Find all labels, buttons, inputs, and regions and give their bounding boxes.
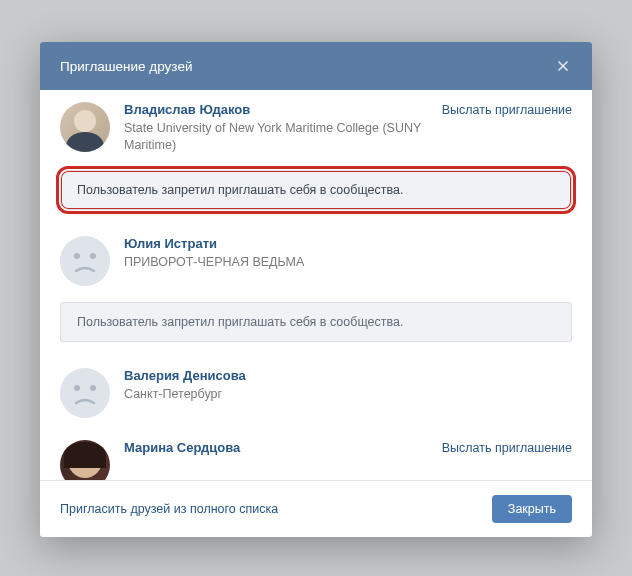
friend-subtitle: Санкт-Петербург	[124, 386, 572, 403]
svg-point-2	[90, 253, 96, 259]
friend-info: Юлия Истрати ПРИВОРОТ-ЧЕРНАЯ ВЕДЬМА	[124, 236, 572, 271]
avatar[interactable]	[60, 236, 110, 286]
friend-name-link[interactable]: Владислав Юдаков	[124, 102, 432, 117]
avatar[interactable]	[60, 102, 110, 152]
friend-subtitle: State University of New York Maritime Co…	[124, 120, 432, 154]
friend-row: Владислав Юдаков State University of New…	[40, 90, 592, 164]
friend-subtitle: ПРИВОРОТ-ЧЕРНАЯ ВЕДЬМА	[124, 254, 572, 271]
friend-row: Валерия Денисова Санкт-Петербург	[40, 356, 592, 428]
blocked-invite-notice: Пользователь запретил приглашать себя в …	[60, 170, 572, 210]
friend-info: Валерия Денисова Санкт-Петербург	[124, 368, 572, 403]
friend-info: Марина Сердцова	[124, 440, 432, 458]
friend-row: Марина Сердцова Выслать приглашение	[40, 428, 592, 480]
avatar[interactable]	[60, 440, 110, 480]
modal-title: Приглашение друзей	[60, 59, 192, 74]
svg-point-4	[74, 385, 80, 391]
avatar[interactable]	[60, 368, 110, 418]
friend-name-link[interactable]: Марина Сердцова	[124, 440, 432, 455]
blocked-invite-notice: Пользователь запретил приглашать себя в …	[60, 302, 572, 342]
friend-info: Владислав Юдаков State University of New…	[124, 102, 432, 154]
svg-point-0	[60, 236, 110, 286]
svg-point-1	[74, 253, 80, 259]
svg-point-5	[90, 385, 96, 391]
modal-header: Приглашение друзей	[40, 42, 592, 90]
friend-name-link[interactable]: Юлия Истрати	[124, 236, 572, 251]
send-invite-link[interactable]: Выслать приглашение	[442, 441, 572, 455]
svg-point-3	[60, 368, 110, 418]
send-invite-link[interactable]: Выслать приглашение	[442, 103, 572, 117]
invite-from-full-list-link[interactable]: Пригласить друзей из полного списка	[60, 502, 278, 516]
close-button[interactable]: Закрыть	[492, 495, 572, 523]
close-icon[interactable]	[554, 57, 572, 75]
invite-friends-modal: Приглашение друзей Владислав Юдаков Stat…	[40, 42, 592, 537]
modal-footer: Пригласить друзей из полного списка Закр…	[40, 480, 592, 537]
friends-list[interactable]: Владислав Юдаков State University of New…	[40, 90, 592, 480]
friend-row: Юлия Истрати ПРИВОРОТ-ЧЕРНАЯ ВЕДЬМА	[40, 224, 592, 296]
friend-name-link[interactable]: Валерия Денисова	[124, 368, 572, 383]
